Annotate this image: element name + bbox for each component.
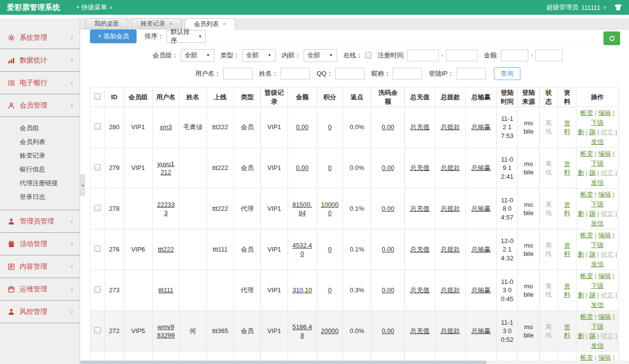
op-kick-link[interactable]: 踢 [589, 291, 596, 299]
total-withdraw-link[interactable]: 总提款 [441, 286, 460, 294]
nick-input[interactable] [393, 68, 422, 80]
op-delete-link[interactable]: 删 [577, 210, 584, 217]
amount-link[interactable]: 81500.84 [292, 201, 312, 217]
op-account-change-link[interactable]: 帐变 [580, 231, 593, 239]
row-checkbox[interactable] [94, 123, 101, 130]
refresh-button[interactable] [603, 31, 620, 45]
total-deposit-link[interactable]: 总充值 [410, 123, 429, 131]
op-account-change-link[interactable]: 帐变 [580, 109, 593, 116]
username-link[interactable]: ttt111 [158, 286, 173, 294]
op-account-change-link[interactable]: 帐变 [580, 313, 593, 320]
op-subordinate-link[interactable]: 下级 [591, 160, 604, 167]
sidebar-item-activities[interactable]: 活动管理∨ [0, 233, 80, 255]
tab-my-desktop[interactable]: 我的桌面 [85, 18, 128, 29]
quick-menu-button[interactable]: + 快捷菜单 ∨ [76, 3, 113, 12]
op-lock-link[interactable]: 锁定 [601, 332, 614, 339]
horizontal-scrollbar[interactable] [80, 361, 629, 364]
total-winloss-link[interactable]: 总输赢 [472, 164, 491, 171]
total-withdraw-link[interactable]: 总提款 [441, 246, 460, 253]
amount-to-input[interactable] [535, 50, 563, 61]
op-account-change-link[interactable]: 帐变 [580, 272, 593, 280]
reg-time-to-input[interactable] [446, 50, 478, 61]
op-subordinate-link[interactable]: 下级 [591, 241, 604, 249]
total-winloss-link[interactable]: 总输赢 [472, 246, 491, 253]
op-send-message-link[interactable]: 发信 [591, 220, 604, 227]
op-send-message-link[interactable]: 发信 [591, 301, 604, 308]
op-delete-link[interactable]: 删 [577, 291, 584, 299]
op-lock-link[interactable]: 锁定 [601, 169, 614, 176]
op-lock-link[interactable]: 锁定 [601, 251, 614, 258]
username-link[interactable]: wmy983299 [157, 323, 174, 339]
op-edit-link[interactable]: 编辑 [598, 354, 611, 361]
sidebar-item-members[interactable]: 会员管理∧ [0, 94, 80, 117]
profile-link[interactable]: 资料 [564, 242, 571, 258]
op-kick-link[interactable]: 踢 [589, 169, 596, 176]
wash-balance-link[interactable]: 0.00 [382, 286, 394, 294]
amount-link[interactable]: 5186.48 [292, 323, 312, 339]
op-subordinate-link[interactable]: 下级 [591, 200, 604, 208]
amount-from-input[interactable] [501, 50, 528, 61]
profile-link[interactable]: 资料 [564, 282, 571, 299]
sidebar-subitem-login-logs[interactable]: 登录日志 [0, 190, 80, 204]
username-input[interactable] [223, 68, 253, 80]
points-link[interactable]: 20000 [321, 327, 339, 335]
sort-select[interactable]: 默认排序 ▼ [167, 30, 206, 43]
row-checkbox[interactable] [94, 246, 101, 252]
total-deposit-link[interactable]: 总充值 [410, 286, 429, 294]
op-delete-link[interactable]: 删 [577, 169, 584, 176]
sidebar-item-stats[interactable]: 数据统计∨ [0, 49, 80, 72]
amount-link[interactable]: 310.10 [292, 286, 312, 294]
total-deposit-link[interactable]: 总充值 [410, 205, 429, 212]
sidebar-subitem-bank-info[interactable]: 银行信息 [0, 163, 80, 176]
scrollbar-thumb[interactable] [80, 361, 486, 364]
login-ip-input[interactable] [457, 68, 486, 80]
total-deposit-link[interactable]: 总充值 [410, 246, 429, 253]
wash-balance-link[interactable]: 0.00 [382, 164, 394, 171]
op-lock-link[interactable]: 锁定 [601, 210, 614, 217]
op-edit-link[interactable]: 编辑 [598, 191, 611, 198]
reg-time-from-input[interactable] [407, 50, 439, 61]
amount-link[interactable]: 0.00 [296, 123, 308, 131]
op-delete-link[interactable]: 删 [577, 332, 584, 339]
points-link[interactable]: 0 [328, 123, 331, 131]
sidebar-item-ebank[interactable]: 电子银行∨ [0, 72, 80, 94]
add-member-button[interactable]: + 添加会员 [90, 29, 137, 43]
wash-balance-link[interactable]: 0.00 [382, 205, 394, 212]
op-account-change-link[interactable]: 帐变 [580, 354, 593, 361]
amount-link[interactable]: 4532.40 [292, 242, 312, 258]
op-edit-link[interactable]: 编辑 [598, 272, 611, 280]
op-kick-link[interactable]: 踢 [589, 210, 596, 217]
op-subordinate-link[interactable]: 下级 [591, 119, 604, 126]
close-icon[interactable]: × [169, 21, 172, 28]
op-subordinate-link[interactable]: 下级 [591, 282, 604, 289]
op-account-change-link[interactable]: 帐变 [580, 150, 593, 157]
select-all-checkbox[interactable] [94, 93, 101, 100]
op-subordinate-link[interactable]: 下级 [591, 323, 604, 330]
name-input[interactable] [281, 68, 310, 80]
total-winloss-link[interactable]: 总输赢 [472, 286, 491, 294]
profile-link[interactable]: 资料 [564, 323, 571, 339]
sidebar-item-content[interactable]: 内容管理∨ [0, 255, 80, 278]
sidebar-item-system[interactable]: 系统管理∨ [0, 27, 80, 49]
row-checkbox[interactable] [94, 205, 101, 211]
points-link[interactable]: 0 [328, 164, 331, 171]
sidebar-item-risk[interactable]: 风控管理∨ [0, 301, 80, 323]
op-send-message-link[interactable]: 发信 [591, 179, 604, 186]
total-withdraw-link[interactable]: 总提款 [441, 123, 460, 131]
points-link[interactable]: 0 [328, 246, 331, 253]
total-deposit-link[interactable]: 总充值 [410, 164, 429, 171]
points-link[interactable]: 100000 [321, 201, 339, 217]
op-edit-link[interactable]: 编辑 [598, 231, 611, 239]
row-checkbox[interactable] [94, 327, 101, 334]
user-menu[interactable]: 超级管理员 111111 ∨ [546, 3, 606, 12]
sidebar-item-ops[interactable]: 运维管理∨ [0, 278, 80, 301]
profile-link[interactable]: 资料 [564, 201, 571, 217]
sidebar-subitem-agent-reg-link[interactable]: 代理注册链接 [0, 176, 80, 190]
op-kick-link[interactable]: 踢 [589, 332, 596, 339]
username-link[interactable]: 222333 [157, 201, 174, 217]
sidebar-subitem-member-list[interactable]: 会员列表 [0, 135, 80, 149]
op-send-message-link[interactable]: 发信 [591, 138, 604, 145]
profile-link[interactable]: 资料 [564, 119, 571, 136]
close-icon[interactable]: × [223, 21, 226, 28]
op-delete-link[interactable]: 删 [577, 128, 584, 136]
